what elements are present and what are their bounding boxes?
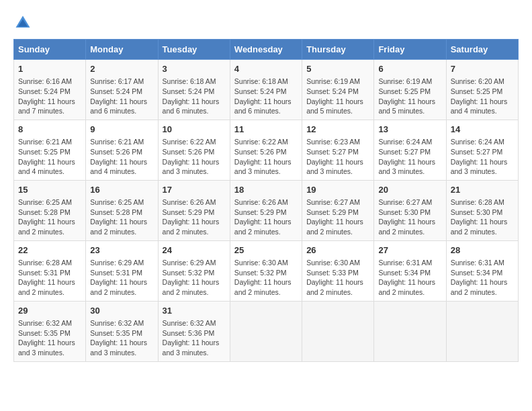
- day-info: Sunrise: 6:28 AM Sunset: 5:31 PM Dayligh…: [18, 258, 81, 298]
- calendar-cell: 1Sunrise: 6:16 AM Sunset: 5:24 PM Daylig…: [14, 60, 86, 120]
- day-number: 20: [378, 184, 441, 196]
- calendar-cell: 5Sunrise: 6:19 AM Sunset: 5:24 PM Daylig…: [302, 60, 374, 120]
- day-number: 28: [451, 244, 514, 257]
- weekday-header-friday: Friday: [374, 40, 446, 60]
- calendar-cell: [302, 301, 374, 361]
- calendar-cell: 14Sunrise: 6:24 AM Sunset: 5:27 PM Dayli…: [446, 120, 518, 180]
- weekday-row: SundayMondayTuesdayWednesdayThursdayFrid…: [14, 40, 519, 60]
- day-number: 17: [163, 184, 226, 196]
- calendar-cell: 9Sunrise: 6:21 AM Sunset: 5:26 PM Daylig…: [86, 120, 158, 180]
- day-number: 21: [451, 184, 514, 196]
- calendar-cell: [230, 301, 302, 361]
- weekday-header-wednesday: Wednesday: [230, 40, 302, 60]
- calendar-cell: 23Sunrise: 6:29 AM Sunset: 5:31 PM Dayli…: [86, 240, 158, 301]
- calendar-week-2: 8Sunrise: 6:21 AM Sunset: 5:25 PM Daylig…: [14, 120, 519, 180]
- weekday-header-monday: Monday: [86, 40, 158, 60]
- day-info: Sunrise: 6:26 AM Sunset: 5:29 PM Dayligh…: [163, 197, 226, 237]
- calendar-cell: 19Sunrise: 6:27 AM Sunset: 5:29 PM Dayli…: [302, 180, 374, 240]
- day-number: 6: [378, 63, 441, 75]
- calendar-cell: 12Sunrise: 6:23 AM Sunset: 5:27 PM Dayli…: [302, 120, 374, 180]
- day-info: Sunrise: 6:31 AM Sunset: 5:34 PM Dayligh…: [378, 258, 441, 298]
- day-info: Sunrise: 6:32 AM Sunset: 5:35 PM Dayligh…: [18, 318, 81, 358]
- day-info: Sunrise: 6:17 AM Sunset: 5:24 PM Dayligh…: [90, 77, 153, 116]
- day-number: 19: [306, 184, 369, 196]
- day-info: Sunrise: 6:30 AM Sunset: 5:32 PM Dayligh…: [234, 258, 298, 298]
- calendar-week-1: 1Sunrise: 6:16 AM Sunset: 5:24 PM Daylig…: [14, 60, 519, 120]
- day-info: Sunrise: 6:20 AM Sunset: 5:25 PM Dayligh…: [451, 77, 514, 116]
- day-info: Sunrise: 6:32 AM Sunset: 5:35 PM Dayligh…: [90, 318, 153, 358]
- calendar-cell: 15Sunrise: 6:25 AM Sunset: 5:28 PM Dayli…: [14, 180, 86, 240]
- day-info: Sunrise: 6:29 AM Sunset: 5:31 PM Dayligh…: [90, 258, 153, 298]
- day-info: Sunrise: 6:32 AM Sunset: 5:36 PM Dayligh…: [163, 318, 226, 358]
- day-number: 24: [163, 244, 226, 257]
- day-info: Sunrise: 6:16 AM Sunset: 5:24 PM Dayligh…: [18, 77, 81, 116]
- day-number: 2: [90, 63, 153, 75]
- day-number: 5: [306, 63, 369, 75]
- day-number: 16: [90, 184, 153, 196]
- day-info: Sunrise: 6:31 AM Sunset: 5:34 PM Dayligh…: [451, 258, 514, 298]
- calendar-week-3: 15Sunrise: 6:25 AM Sunset: 5:28 PM Dayli…: [14, 180, 519, 240]
- day-number: 30: [90, 305, 153, 317]
- day-info: Sunrise: 6:24 AM Sunset: 5:27 PM Dayligh…: [378, 137, 441, 177]
- day-info: Sunrise: 6:29 AM Sunset: 5:32 PM Dayligh…: [163, 258, 226, 298]
- day-info: Sunrise: 6:23 AM Sunset: 5:27 PM Dayligh…: [306, 137, 369, 177]
- weekday-header-saturday: Saturday: [446, 40, 518, 60]
- calendar-week-5: 29Sunrise: 6:32 AM Sunset: 5:35 PM Dayli…: [14, 301, 519, 361]
- weekday-header-tuesday: Tuesday: [158, 40, 230, 60]
- day-number: 18: [234, 184, 298, 196]
- calendar-cell: 2Sunrise: 6:17 AM Sunset: 5:24 PM Daylig…: [86, 60, 158, 120]
- calendar-cell: 7Sunrise: 6:20 AM Sunset: 5:25 PM Daylig…: [446, 60, 518, 120]
- logo-icon: [13, 13, 32, 32]
- day-number: 8: [18, 124, 81, 136]
- calendar-cell: 25Sunrise: 6:30 AM Sunset: 5:32 PM Dayli…: [230, 240, 302, 301]
- day-info: Sunrise: 6:21 AM Sunset: 5:25 PM Dayligh…: [18, 137, 81, 177]
- calendar-cell: 6Sunrise: 6:19 AM Sunset: 5:25 PM Daylig…: [374, 60, 446, 120]
- calendar-cell: 22Sunrise: 6:28 AM Sunset: 5:31 PM Dayli…: [14, 240, 86, 301]
- calendar-cell: 30Sunrise: 6:32 AM Sunset: 5:35 PM Dayli…: [86, 301, 158, 361]
- day-info: Sunrise: 6:27 AM Sunset: 5:29 PM Dayligh…: [306, 197, 369, 237]
- day-info: Sunrise: 6:24 AM Sunset: 5:27 PM Dayligh…: [451, 137, 514, 177]
- day-info: Sunrise: 6:26 AM Sunset: 5:29 PM Dayligh…: [234, 197, 298, 237]
- calendar-header: SundayMondayTuesdayWednesdayThursdayFrid…: [14, 40, 519, 60]
- day-info: Sunrise: 6:22 AM Sunset: 5:26 PM Dayligh…: [163, 137, 226, 177]
- day-info: Sunrise: 6:21 AM Sunset: 5:26 PM Dayligh…: [90, 137, 153, 177]
- calendar-body: 1Sunrise: 6:16 AM Sunset: 5:24 PM Daylig…: [14, 60, 519, 362]
- day-number: 27: [378, 244, 441, 257]
- calendar-cell: 16Sunrise: 6:25 AM Sunset: 5:28 PM Dayli…: [86, 180, 158, 240]
- day-number: 11: [234, 124, 298, 136]
- weekday-header-thursday: Thursday: [302, 40, 374, 60]
- calendar-cell: 21Sunrise: 6:28 AM Sunset: 5:30 PM Dayli…: [446, 180, 518, 240]
- calendar-cell: 28Sunrise: 6:31 AM Sunset: 5:34 PM Dayli…: [446, 240, 518, 301]
- day-info: Sunrise: 6:18 AM Sunset: 5:24 PM Dayligh…: [163, 77, 226, 116]
- calendar-cell: 26Sunrise: 6:30 AM Sunset: 5:33 PM Dayli…: [302, 240, 374, 301]
- day-number: 23: [90, 244, 153, 257]
- day-number: 12: [306, 124, 369, 136]
- weekday-header-sunday: Sunday: [14, 40, 86, 60]
- calendar-cell: [446, 301, 518, 361]
- calendar-cell: 3Sunrise: 6:18 AM Sunset: 5:24 PM Daylig…: [158, 60, 230, 120]
- day-number: 31: [163, 305, 226, 317]
- calendar-cell: 10Sunrise: 6:22 AM Sunset: 5:26 PM Dayli…: [158, 120, 230, 180]
- day-number: 22: [18, 244, 81, 257]
- calendar-week-4: 22Sunrise: 6:28 AM Sunset: 5:31 PM Dayli…: [14, 240, 519, 301]
- calendar-cell: 18Sunrise: 6:26 AM Sunset: 5:29 PM Dayli…: [230, 180, 302, 240]
- day-info: Sunrise: 6:25 AM Sunset: 5:28 PM Dayligh…: [18, 197, 81, 237]
- day-info: Sunrise: 6:30 AM Sunset: 5:33 PM Dayligh…: [306, 258, 369, 298]
- day-info: Sunrise: 6:28 AM Sunset: 5:30 PM Dayligh…: [451, 197, 514, 237]
- day-number: 25: [234, 244, 298, 257]
- day-number: 13: [378, 124, 441, 136]
- calendar-cell: 4Sunrise: 6:18 AM Sunset: 5:24 PM Daylig…: [230, 60, 302, 120]
- day-info: Sunrise: 6:18 AM Sunset: 5:24 PM Dayligh…: [234, 77, 298, 116]
- calendar-cell: 27Sunrise: 6:31 AM Sunset: 5:34 PM Dayli…: [374, 240, 446, 301]
- day-number: 15: [18, 184, 81, 196]
- calendar-table: SundayMondayTuesdayWednesdayThursdayFrid…: [13, 39, 519, 362]
- day-number: 4: [234, 63, 298, 75]
- page-header: [13, 13, 519, 32]
- day-number: 3: [163, 63, 226, 75]
- calendar-cell: [374, 301, 446, 361]
- day-info: Sunrise: 6:19 AM Sunset: 5:24 PM Dayligh…: [306, 77, 369, 116]
- calendar-cell: 11Sunrise: 6:22 AM Sunset: 5:26 PM Dayli…: [230, 120, 302, 180]
- day-number: 14: [451, 124, 514, 136]
- day-info: Sunrise: 6:22 AM Sunset: 5:26 PM Dayligh…: [234, 137, 298, 177]
- calendar-cell: 20Sunrise: 6:27 AM Sunset: 5:30 PM Dayli…: [374, 180, 446, 240]
